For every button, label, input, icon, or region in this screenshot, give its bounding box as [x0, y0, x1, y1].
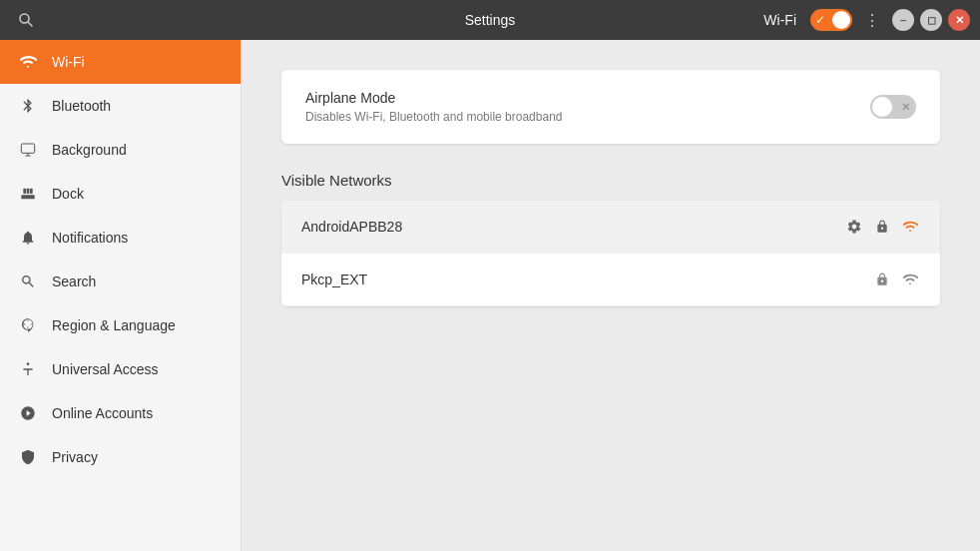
search-sidebar-icon	[18, 272, 38, 291]
settings-icon	[844, 217, 864, 237]
sidebar-label-background: Background	[52, 142, 127, 158]
maximize-button[interactable]: ◻	[920, 9, 942, 31]
dock-icon	[18, 184, 38, 204]
sidebar-label-search: Search	[52, 274, 96, 289]
toggle-check-icon: ✓	[815, 13, 825, 27]
airplane-mode-subtitle: Disables Wi-Fi, Bluetooth and mobile bro…	[305, 110, 562, 124]
online-accounts-icon	[18, 403, 38, 423]
sidebar-label-wifi: Wi-Fi	[52, 54, 85, 70]
sidebar-item-background[interactable]: Background	[0, 128, 241, 172]
app-title: Settings	[465, 12, 516, 28]
airplane-mode-text: Airplane Mode Disables Wi-Fi, Bluetooth …	[305, 90, 562, 124]
wifi-toggle[interactable]: ✓	[810, 9, 852, 31]
svg-line-1	[28, 22, 33, 27]
sidebar-label-region: Region & Language	[52, 317, 176, 333]
sidebar-item-universal-access[interactable]: Universal Access	[0, 347, 241, 391]
wifi-signal-low-icon	[900, 270, 920, 289]
notifications-icon	[18, 228, 38, 248]
svg-point-0	[20, 14, 29, 23]
sidebar-item-dock[interactable]: Dock	[0, 172, 241, 216]
sidebar-item-bluetooth[interactable]: Bluetooth	[0, 84, 241, 128]
main-layout: Wi-Fi Bluetooth Background	[0, 40, 980, 551]
minimize-button[interactable]: –	[892, 9, 914, 31]
sidebar-item-wifi[interactable]: Wi-Fi	[0, 40, 241, 84]
airplane-mode-title: Airplane Mode	[305, 90, 562, 106]
wifi-signal-icon	[900, 217, 920, 237]
sidebar-label-privacy: Privacy	[52, 449, 98, 465]
sidebar-item-online-accounts[interactable]: Online Accounts	[0, 391, 241, 435]
universal-access-icon	[18, 359, 38, 379]
background-icon	[18, 140, 38, 160]
sidebar-label-notifications: Notifications	[52, 230, 128, 246]
sidebar-item-region[interactable]: Region & Language	[0, 303, 241, 347]
network-name: Pkcp_EXT	[301, 272, 367, 287]
sidebar-label-online-accounts: Online Accounts	[52, 405, 153, 421]
sidebar-label-dock: Dock	[52, 186, 84, 202]
content-area: Airplane Mode Disables Wi-Fi, Bluetooth …	[242, 40, 980, 551]
networks-list: AndroidAPBB28	[281, 201, 940, 306]
svg-rect-8	[30, 189, 33, 194]
toggle-x-icon: ✕	[901, 101, 910, 114]
sidebar-label-universal-access: Universal Access	[52, 361, 159, 377]
network-icons	[844, 217, 920, 237]
lock-icon	[872, 217, 892, 237]
sidebar: Wi-Fi Bluetooth Background	[0, 40, 242, 551]
close-button[interactable]: ✕	[948, 9, 970, 31]
titlebar-controls: Wi-Fi ✓ ⋮ – ◻ ✕	[763, 6, 970, 34]
privacy-icon	[18, 447, 38, 467]
toggle-knob-off	[872, 97, 892, 117]
network-row[interactable]: Pkcp_EXT	[281, 254, 940, 306]
wifi-icon	[18, 52, 38, 72]
airplane-mode-toggle[interactable]: ✕	[870, 95, 916, 119]
svg-rect-2	[21, 144, 34, 153]
lock-icon	[872, 270, 892, 289]
sidebar-label-bluetooth: Bluetooth	[52, 98, 111, 114]
network-icons	[872, 270, 920, 289]
titlebar: Settings Wi-Fi ✓ ⋮ – ◻ ✕	[0, 0, 980, 40]
toggle-knob	[832, 11, 850, 29]
network-row[interactable]: AndroidAPBB28	[281, 201, 940, 254]
sidebar-item-search[interactable]: Search	[0, 260, 241, 303]
menu-icon[interactable]: ⋮	[858, 6, 886, 34]
svg-rect-7	[27, 189, 30, 194]
bluetooth-icon	[18, 96, 38, 116]
svg-point-9	[27, 362, 30, 365]
region-icon	[18, 315, 38, 335]
airplane-mode-card: Airplane Mode Disables Wi-Fi, Bluetooth …	[281, 70, 940, 144]
svg-rect-5	[21, 195, 34, 199]
search-icon[interactable]	[10, 6, 42, 34]
svg-rect-6	[23, 189, 26, 194]
sidebar-item-notifications[interactable]: Notifications	[0, 216, 241, 260]
visible-networks-label: Visible Networks	[281, 172, 940, 189]
sidebar-item-privacy[interactable]: Privacy	[0, 435, 241, 479]
network-name: AndroidAPBB28	[301, 219, 402, 235]
page-title: Wi-Fi	[763, 12, 796, 28]
